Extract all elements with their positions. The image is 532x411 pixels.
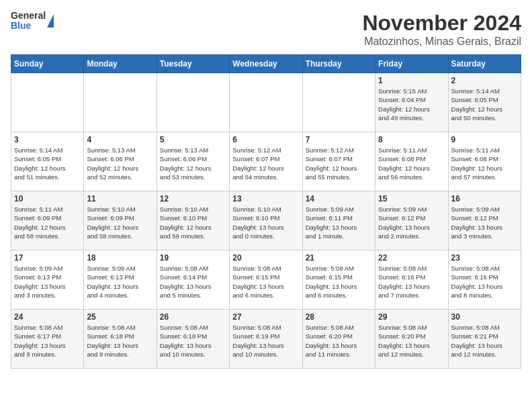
- day-info: Sunrise: 5:08 AM Sunset: 6:18 PM Dayligh…: [160, 323, 226, 359]
- day-number: 7: [306, 135, 372, 144]
- day-number: 10: [14, 194, 81, 203]
- day-info: Sunrise: 5:10 AM Sunset: 6:10 PM Dayligh…: [160, 205, 226, 240]
- day-info: Sunrise: 5:09 AM Sunset: 6:11 PM Dayligh…: [306, 205, 372, 240]
- calendar-cell: 29Sunrise: 5:08 AM Sunset: 6:20 PM Dayli…: [375, 310, 448, 369]
- day-info: Sunrise: 5:08 AM Sunset: 6:20 PM Dayligh…: [378, 323, 445, 359]
- day-number: 6: [232, 135, 299, 144]
- day-info: Sunrise: 5:08 AM Sunset: 6:15 PM Dayligh…: [306, 264, 372, 300]
- day-number: 1: [378, 76, 445, 85]
- day-info: Sunrise: 5:14 AM Sunset: 6:05 PM Dayligh…: [14, 146, 81, 181]
- calendar-cell: 26Sunrise: 5:08 AM Sunset: 6:18 PM Dayli…: [157, 310, 229, 369]
- calendar-cell: 13Sunrise: 5:10 AM Sunset: 6:10 PM Dayli…: [230, 191, 302, 250]
- calendar-cell: 11Sunrise: 5:10 AM Sunset: 6:09 PM Dayli…: [84, 191, 157, 250]
- day-number: 28: [306, 312, 372, 322]
- logo-general: General: [11, 11, 46, 21]
- day-number: 3: [14, 135, 81, 144]
- day-info: Sunrise: 5:10 AM Sunset: 6:10 PM Dayligh…: [232, 205, 299, 240]
- calendar-cell: 7Sunrise: 5:12 AM Sunset: 6:07 PM Daylig…: [302, 132, 375, 191]
- day-info: Sunrise: 5:08 AM Sunset: 6:14 PM Dayligh…: [160, 264, 226, 300]
- day-info: Sunrise: 5:15 AM Sunset: 6:04 PM Dayligh…: [378, 87, 445, 122]
- header-cell-tuesday: Tuesday: [157, 55, 229, 73]
- header-cell-saturday: Saturday: [448, 55, 521, 73]
- calendar-header: SundayMondayTuesdayWednesdayThursdayFrid…: [11, 55, 521, 73]
- day-info: Sunrise: 5:08 AM Sunset: 6:19 PM Dayligh…: [232, 323, 299, 359]
- day-info: Sunrise: 5:10 AM Sunset: 6:09 PM Dayligh…: [87, 205, 153, 240]
- calendar-cell: 12Sunrise: 5:10 AM Sunset: 6:10 PM Dayli…: [157, 191, 229, 250]
- calendar-cell: 18Sunrise: 5:09 AM Sunset: 6:13 PM Dayli…: [84, 250, 157, 310]
- day-number: 30: [451, 312, 518, 322]
- day-number: 24: [14, 312, 81, 322]
- day-number: 16: [451, 194, 518, 203]
- day-info: Sunrise: 5:14 AM Sunset: 6:05 PM Dayligh…: [451, 87, 518, 122]
- day-number: 29: [378, 312, 445, 322]
- calendar-cell: 21Sunrise: 5:08 AM Sunset: 6:15 PM Dayli…: [302, 250, 375, 310]
- header-cell-friday: Friday: [375, 55, 448, 73]
- day-number: 13: [232, 194, 299, 203]
- calendar-cell: [11, 73, 84, 132]
- calendar-body: 1Sunrise: 5:15 AM Sunset: 6:04 PM Daylig…: [11, 73, 521, 369]
- day-info: Sunrise: 5:13 AM Sunset: 6:06 PM Dayligh…: [160, 146, 226, 181]
- day-number: 21: [306, 253, 372, 263]
- calendar-cell: 9Sunrise: 5:11 AM Sunset: 6:08 PM Daylig…: [448, 132, 521, 191]
- day-info: Sunrise: 5:13 AM Sunset: 6:06 PM Dayligh…: [87, 146, 153, 181]
- page-title: November 2024: [362, 11, 521, 36]
- logo-blue: Blue: [11, 21, 46, 31]
- calendar-cell: 25Sunrise: 5:08 AM Sunset: 6:18 PM Dayli…: [84, 310, 157, 369]
- calendar-cell: 16Sunrise: 5:09 AM Sunset: 6:12 PM Dayli…: [448, 191, 521, 250]
- page-subtitle: Matozinhos, Minas Gerais, Brazil: [362, 36, 521, 48]
- day-number: 5: [160, 135, 226, 144]
- day-info: Sunrise: 5:11 AM Sunset: 6:08 PM Dayligh…: [451, 146, 518, 181]
- calendar-cell: 27Sunrise: 5:08 AM Sunset: 6:19 PM Dayli…: [230, 310, 302, 369]
- day-number: 19: [160, 253, 226, 263]
- calendar-week-row: 17Sunrise: 5:09 AM Sunset: 6:13 PM Dayli…: [11, 250, 521, 310]
- day-info: Sunrise: 5:08 AM Sunset: 6:16 PM Dayligh…: [378, 264, 445, 300]
- day-number: 27: [232, 312, 299, 322]
- day-info: Sunrise: 5:08 AM Sunset: 6:18 PM Dayligh…: [87, 323, 153, 359]
- calendar-cell: 14Sunrise: 5:09 AM Sunset: 6:11 PM Dayli…: [302, 191, 375, 250]
- day-info: Sunrise: 5:08 AM Sunset: 6:21 PM Dayligh…: [451, 323, 518, 359]
- calendar-cell: 2Sunrise: 5:14 AM Sunset: 6:05 PM Daylig…: [448, 73, 521, 132]
- header-cell-monday: Monday: [84, 55, 157, 73]
- day-info: Sunrise: 5:11 AM Sunset: 6:08 PM Dayligh…: [378, 146, 445, 181]
- calendar-cell: [157, 73, 229, 132]
- calendar-cell: 15Sunrise: 5:09 AM Sunset: 6:12 PM Dayli…: [375, 191, 448, 250]
- calendar-week-row: 1Sunrise: 5:15 AM Sunset: 6:04 PM Daylig…: [11, 73, 521, 132]
- day-number: 12: [160, 194, 226, 203]
- calendar-cell: 22Sunrise: 5:08 AM Sunset: 6:16 PM Dayli…: [375, 250, 448, 310]
- calendar-cell: 24Sunrise: 5:08 AM Sunset: 6:17 PM Dayli…: [11, 310, 84, 369]
- logo-triangle-icon: [47, 14, 54, 28]
- calendar-cell: [302, 73, 375, 132]
- calendar-cell: 28Sunrise: 5:08 AM Sunset: 6:20 PM Dayli…: [302, 310, 375, 369]
- calendar-cell: 10Sunrise: 5:11 AM Sunset: 6:09 PM Dayli…: [11, 191, 84, 250]
- calendar-cell: 5Sunrise: 5:13 AM Sunset: 6:06 PM Daylig…: [157, 132, 229, 191]
- day-info: Sunrise: 5:08 AM Sunset: 6:17 PM Dayligh…: [14, 323, 81, 359]
- logo-text: General Blue: [11, 11, 46, 32]
- calendar-week-row: 3Sunrise: 5:14 AM Sunset: 6:05 PM Daylig…: [11, 132, 521, 191]
- day-number: 14: [306, 194, 372, 203]
- day-info: Sunrise: 5:09 AM Sunset: 6:13 PM Dayligh…: [14, 264, 81, 300]
- day-info: Sunrise: 5:12 AM Sunset: 6:07 PM Dayligh…: [232, 146, 299, 181]
- day-number: 20: [232, 253, 299, 263]
- calendar-cell: [230, 73, 302, 132]
- calendar-cell: 30Sunrise: 5:08 AM Sunset: 6:21 PM Dayli…: [448, 310, 521, 369]
- day-number: 4: [87, 135, 153, 144]
- header-cell-thursday: Thursday: [302, 55, 375, 73]
- page-header: General Blue November 2024 Matozinhos, M…: [11, 11, 521, 48]
- day-number: 9: [451, 135, 518, 144]
- header-cell-sunday: Sunday: [11, 55, 84, 73]
- day-info: Sunrise: 5:09 AM Sunset: 6:12 PM Dayligh…: [378, 205, 445, 240]
- day-number: 2: [451, 76, 518, 85]
- logo: General Blue: [11, 11, 54, 32]
- title-block: November 2024 Matozinhos, Minas Gerais, …: [362, 11, 521, 48]
- calendar-week-row: 10Sunrise: 5:11 AM Sunset: 6:09 PM Dayli…: [11, 191, 521, 250]
- day-info: Sunrise: 5:12 AM Sunset: 6:07 PM Dayligh…: [306, 146, 372, 181]
- day-number: 25: [87, 312, 153, 322]
- day-number: 8: [378, 135, 445, 144]
- calendar-week-row: 24Sunrise: 5:08 AM Sunset: 6:17 PM Dayli…: [11, 310, 521, 369]
- calendar-cell: 8Sunrise: 5:11 AM Sunset: 6:08 PM Daylig…: [375, 132, 448, 191]
- day-number: 17: [14, 253, 81, 263]
- day-info: Sunrise: 5:08 AM Sunset: 6:15 PM Dayligh…: [232, 264, 299, 300]
- calendar-cell: 3Sunrise: 5:14 AM Sunset: 6:05 PM Daylig…: [11, 132, 84, 191]
- calendar-cell: [84, 73, 157, 132]
- day-number: 11: [87, 194, 153, 203]
